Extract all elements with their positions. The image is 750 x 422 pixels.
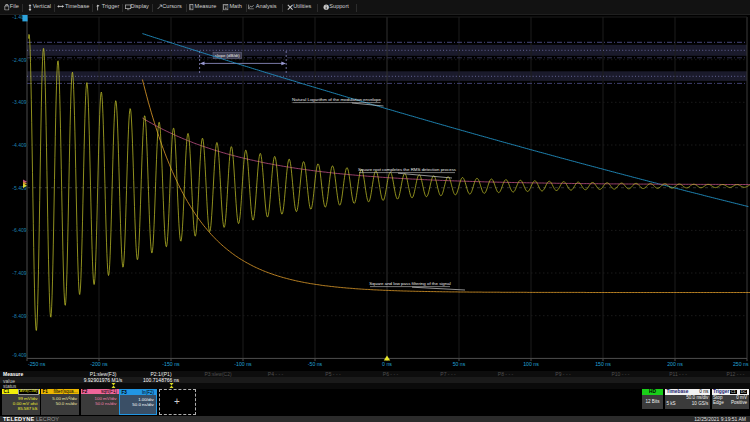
svg-text:0 ns: 0 ns <box>382 361 392 367</box>
svg-text:150 ns: 150 ns <box>595 361 611 367</box>
svg-text:-4.409: -4.409 <box>12 142 26 148</box>
svg-text:-100 ns: -100 ns <box>234 361 252 367</box>
svg-text:Square root completes the RMS: Square root completes the RMS detection … <box>358 167 457 172</box>
svg-text:-3.409: -3.409 <box>12 99 26 105</box>
svg-text:200 ns: 200 ns <box>667 361 683 367</box>
svg-text:250 ns: 250 ns <box>733 361 749 367</box>
svg-text:-9.409: -9.409 <box>12 352 26 358</box>
svg-text:-150 ns: -150 ns <box>162 361 180 367</box>
svg-text:-6.409: -6.409 <box>12 227 26 233</box>
svg-text:100 ns: 100 ns <box>523 361 539 367</box>
svg-text:-8.409: -8.409 <box>12 313 26 319</box>
svg-text:Square and low pass filtering: Square and low pass filtering of the sig… <box>369 281 450 286</box>
svg-text:-250 ns: -250 ns <box>28 361 46 367</box>
svg-text:-50 ns: -50 ns <box>308 361 323 367</box>
svg-text:Natural Logarithm of the modul: Natural Logarithm of the modulation enve… <box>292 97 381 102</box>
svg-text:-2.409: -2.409 <box>12 57 26 63</box>
svg-text:50 ns: 50 ns <box>453 361 466 367</box>
svg-text:-200 ns: -200 ns <box>90 361 108 367</box>
svg-text:-7.409: -7.409 <box>12 270 26 276</box>
